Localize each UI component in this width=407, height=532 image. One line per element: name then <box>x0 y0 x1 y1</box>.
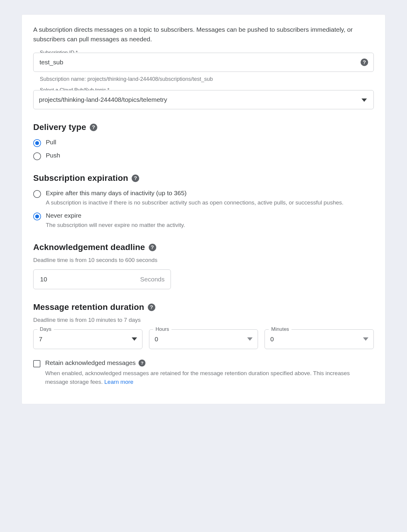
retain-ack-checkbox-row: Retain acknowledged messages ? When enab… <box>33 359 374 387</box>
retain-ack-checkbox[interactable] <box>33 360 40 367</box>
svg-marker-1 <box>132 337 137 341</box>
help-icon[interactable]: ? <box>361 59 368 66</box>
subscription-name-hint: Subscription name: projects/thinking-lan… <box>33 75 374 82</box>
subscription-form-card: A subscription directs messages on a top… <box>22 14 385 404</box>
retention-heading: Message retention duration ? <box>33 302 374 312</box>
retention-minutes-value: 0 <box>270 336 274 343</box>
chevron-down-icon <box>363 337 368 342</box>
retain-ack-desc: When enabled, acknowledged messages are … <box>45 369 374 387</box>
radio-icon <box>33 190 41 198</box>
retention-section: Message retention duration ? Deadline ti… <box>33 302 374 387</box>
delivery-type-pull-radio[interactable]: Pull <box>33 139 374 147</box>
expiration-section: Subscription expiration ? Expire after t… <box>33 173 374 229</box>
subscription-id-input[interactable] <box>39 58 357 66</box>
retention-hours-select[interactable]: Hours 0 <box>149 329 258 349</box>
delivery-type-push-radio[interactable]: Push <box>33 152 374 160</box>
never-expire-radio[interactable]: Never expire The subscription will never… <box>33 212 374 230</box>
topic-select-field: Select a Cloud Pub/Sub topic * projects/… <box>33 90 374 109</box>
help-icon[interactable]: ? <box>90 124 97 131</box>
ack-deadline-input[interactable] <box>40 275 140 283</box>
svg-marker-0 <box>362 98 367 102</box>
ack-deadline-unit: Seconds <box>140 276 165 283</box>
radio-icon <box>33 152 41 160</box>
ack-deadline-field: Seconds <box>33 269 171 289</box>
chevron-down-icon <box>132 337 137 342</box>
ack-deadline-heading: Acknowledgement deadline ? <box>33 242 374 252</box>
subscription-id-field: Subscription ID * ? <box>33 53 374 72</box>
help-icon[interactable]: ? <box>139 360 145 366</box>
expire-after-days-radio[interactable]: Expire after this many days of inactivit… <box>33 190 374 207</box>
topic-select[interactable]: projects/thinking-land-244408/topics/tel… <box>33 90 374 109</box>
ack-deadline-subtext: Deadline time is from 10 seconds to 600 … <box>33 257 374 263</box>
expiration-heading: Subscription expiration ? <box>33 173 374 183</box>
help-icon[interactable]: ? <box>149 244 156 251</box>
retention-minutes-select[interactable]: Minutes 0 <box>265 329 374 349</box>
retention-days-value: 7 <box>39 336 42 343</box>
delivery-type-heading: Delivery type ? <box>33 122 374 132</box>
retain-ack-label: Retain acknowledged messages ? <box>45 359 374 366</box>
help-icon[interactable]: ? <box>132 175 139 182</box>
svg-marker-2 <box>247 337 253 341</box>
learn-more-link[interactable]: Learn more <box>104 379 133 385</box>
retention-subtext: Deadline time is from 10 minutes to 7 da… <box>33 317 374 323</box>
retention-hours-value: 0 <box>155 336 158 343</box>
retention-days-select[interactable]: Days 7 <box>33 329 142 349</box>
ack-deadline-section: Acknowledgement deadline ? Deadline time… <box>33 242 374 289</box>
chevron-down-icon <box>362 96 367 103</box>
intro-text: A subscription directs messages on a top… <box>33 25 374 44</box>
delivery-type-section: Delivery type ? Pull Push <box>33 122 374 160</box>
svg-marker-3 <box>363 337 368 341</box>
radio-icon <box>33 139 41 147</box>
topic-select-value: projects/thinking-land-244408/topics/tel… <box>39 96 167 103</box>
radio-icon <box>33 213 41 220</box>
chevron-down-icon <box>247 337 253 342</box>
help-icon[interactable]: ? <box>148 304 155 311</box>
